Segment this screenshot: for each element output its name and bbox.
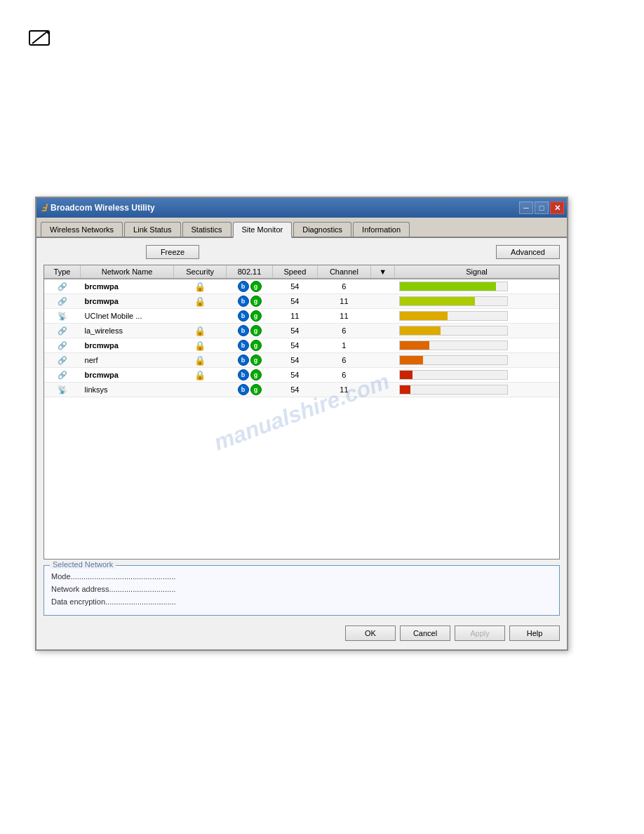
app-icon: Ⅎ	[41, 202, 46, 213]
tab-statistics[interactable]: Statistics	[182, 222, 232, 237]
tab-diagnostics[interactable]: Diagnostics	[293, 222, 351, 237]
bottom-buttons: OK Cancel Apply Help	[43, 623, 560, 644]
window-frame: Ⅎ Broadcom Wireless Utility ─ □ ✕ Wirele…	[35, 197, 568, 651]
cell-channel: 11	[317, 309, 371, 324]
cell-type: 🔗	[44, 338, 81, 353]
table-row[interactable]: 📡UCInet Mobile ...bg1111	[44, 309, 559, 324]
col-type[interactable]: Type	[44, 265, 81, 279]
network-table: Type Network Name Security 802.11 Speed …	[44, 265, 559, 397]
table-row[interactable]: 🔗nerf🔒bg546	[44, 353, 559, 368]
cell-security: 🔒	[174, 294, 227, 309]
cell-type: 🔗	[44, 368, 81, 383]
cell-signal	[395, 324, 559, 338]
cell-speed: 54	[273, 279, 318, 294]
cell-type: 🔗	[44, 294, 81, 309]
cancel-button[interactable]: Cancel	[400, 626, 450, 641]
tab-link-status[interactable]: Link Status	[124, 222, 180, 237]
cell-signal	[395, 338, 559, 353]
table-row[interactable]: 🔗brcmwpa🔒bg5411	[44, 294, 559, 309]
window-title: Broadcom Wireless Utility	[51, 203, 155, 213]
content-area: Freeze Advanced manualshire.com Type Net…	[36, 238, 567, 649]
cell-network-name: brcmwpa	[81, 338, 174, 353]
cell-type: 🔗	[44, 279, 81, 294]
cell-80211: bg	[226, 324, 272, 338]
cell-type: 📡	[44, 309, 81, 324]
cell-speed: 54	[273, 383, 318, 397]
cell-signal	[395, 294, 559, 309]
mode-row: Mode....................................…	[51, 570, 552, 583]
col-security[interactable]: Security	[174, 265, 227, 279]
network-table-container[interactable]: manualshire.com Type Network Name Securi…	[43, 265, 560, 560]
cell-network-name: brcmwpa	[81, 279, 174, 294]
col-sort-arrow[interactable]: ▼	[371, 265, 395, 279]
table-row[interactable]: 🔗brcmwpa🔒bg546	[44, 368, 559, 383]
cell-security	[174, 383, 227, 397]
tab-site-monitor[interactable]: Site Monitor	[233, 222, 293, 238]
maximize-button[interactable]: □	[535, 201, 549, 214]
dell-logo-icon	[28, 28, 53, 48]
cell-signal	[395, 309, 559, 324]
network-address-row: Network address.........................…	[51, 583, 552, 595]
freeze-button[interactable]: Freeze	[146, 245, 199, 259]
data-encryption-row: Data encryption.........................…	[51, 595, 552, 608]
cell-network-name: brcmwpa	[81, 294, 174, 309]
cell-channel: 6	[317, 353, 371, 368]
help-button[interactable]: Help	[509, 626, 560, 641]
cell-type: 📡	[44, 383, 81, 397]
tab-information[interactable]: Information	[353, 222, 410, 237]
tab-wireless-networks[interactable]: Wireless Networks	[41, 222, 123, 237]
cell-channel: 11	[317, 294, 371, 309]
col-speed[interactable]: Speed	[273, 265, 318, 279]
cell-speed: 54	[273, 338, 318, 353]
ok-button[interactable]: OK	[345, 626, 396, 641]
close-button[interactable]: ✕	[550, 201, 564, 214]
network-address-label: Network address.........................…	[51, 585, 192, 593]
cell-security	[174, 309, 227, 324]
table-row[interactable]: 📡linksysbg5411	[44, 383, 559, 397]
cell-security: 🔒	[174, 324, 227, 338]
toolbar-row: Freeze Advanced	[43, 245, 560, 259]
title-buttons: ─ □ ✕	[519, 201, 564, 214]
table-row[interactable]: 🔗brcmwpa🔒bg546	[44, 279, 559, 294]
svg-line-1	[32, 32, 46, 44]
selected-network-box: Selected Network Mode...................…	[43, 565, 560, 616]
cell-type: 🔗	[44, 324, 81, 338]
col-80211[interactable]: 802.11	[226, 265, 272, 279]
apply-button[interactable]: Apply	[455, 626, 505, 641]
cell-network-name: linksys	[81, 383, 174, 397]
cell-security: 🔒	[174, 338, 227, 353]
cell-security: 🔒	[174, 353, 227, 368]
cell-80211: bg	[226, 294, 272, 309]
cell-network-name: UCInet Mobile ...	[81, 309, 174, 324]
cell-channel: 6	[317, 279, 371, 294]
advanced-button[interactable]: Advanced	[496, 245, 560, 259]
cell-signal	[395, 368, 559, 383]
cell-channel: 6	[317, 324, 371, 338]
table-row[interactable]: 🔗la_wireless🔒bg546	[44, 324, 559, 338]
col-signal[interactable]: Signal	[395, 265, 559, 279]
cell-80211: bg	[226, 338, 272, 353]
cell-80211: bg	[226, 279, 272, 294]
cell-speed: 54	[273, 368, 318, 383]
mode-label: Mode....................................…	[51, 572, 192, 581]
cell-channel: 1	[317, 338, 371, 353]
cell-speed: 54	[273, 353, 318, 368]
cell-speed: 54	[273, 324, 318, 338]
cell-channel: 6	[317, 368, 371, 383]
table-row[interactable]: 🔗brcmwpa🔒bg541	[44, 338, 559, 353]
cell-channel: 11	[317, 383, 371, 397]
data-encryption-label: Data encryption.........................…	[51, 597, 192, 606]
cell-speed: 11	[273, 309, 318, 324]
col-channel[interactable]: Channel	[317, 265, 371, 279]
selected-network-legend: Selected Network	[50, 560, 116, 569]
cell-network-name: la_wireless	[81, 324, 174, 338]
cell-signal	[395, 353, 559, 368]
cell-80211: bg	[226, 383, 272, 397]
cell-speed: 54	[273, 294, 318, 309]
minimize-button[interactable]: ─	[519, 201, 533, 214]
title-bar: Ⅎ Broadcom Wireless Utility ─ □ ✕	[36, 198, 567, 218]
cell-security: 🔒	[174, 368, 227, 383]
col-network-name[interactable]: Network Name	[81, 265, 174, 279]
cell-network-name: brcmwpa	[81, 368, 174, 383]
cell-80211: bg	[226, 368, 272, 383]
